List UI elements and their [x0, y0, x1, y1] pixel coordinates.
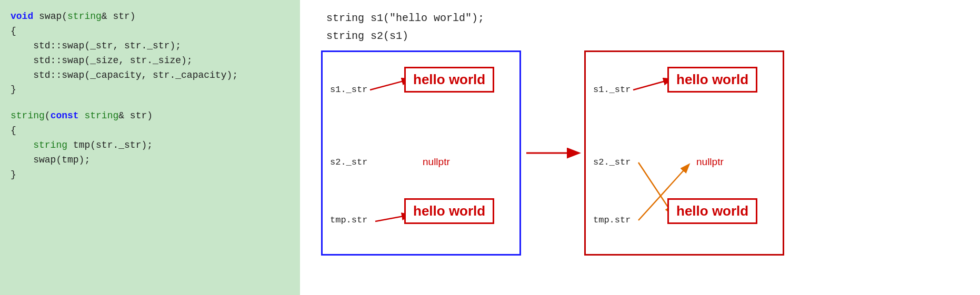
- svg-line-3: [633, 79, 671, 90]
- between-arrow-svg: [521, 50, 584, 256]
- code-line-5: std::swap(_capacity, str._capacity);: [11, 68, 289, 83]
- right-tmp-str-label: tmp.str: [593, 215, 631, 225]
- code-line-9: string tmp(str._str);: [11, 138, 289, 153]
- code-line-7: string(const string& str): [11, 109, 289, 124]
- between-arrow-area: [521, 50, 584, 256]
- right-nullptr: nullptr: [696, 156, 724, 168]
- right-hello-box-1: hello world: [667, 67, 757, 93]
- left-diagram-box: s1._str s2._str tmp.str hello world hell…: [321, 50, 521, 256]
- code-line-6: }: [11, 83, 289, 97]
- left-s2-str-label: s2._str: [330, 157, 367, 167]
- code-line-1: void swap(string& str): [11, 9, 289, 24]
- code-line-2: {: [11, 24, 289, 39]
- svg-line-0: [370, 79, 409, 90]
- diagram-area: string s1("hello world"); string s2(s1) …: [300, 0, 980, 295]
- diagrams-row: s1._str s2._str tmp.str hello world hell…: [321, 50, 980, 256]
- right-s2-str-label: s2._str: [593, 157, 631, 167]
- left-hello-box-2: hello world: [404, 198, 494, 224]
- code-line-10: swap(tmp);: [11, 153, 289, 168]
- code-line-11: }: [11, 168, 289, 182]
- right-hello-box-2: hello world: [667, 198, 757, 224]
- top-code-line2: string s2(s1): [326, 27, 980, 45]
- code-line-4: std::swap(_size, str._size);: [11, 54, 289, 68]
- right-diagram-box: s1._str s2._str tmp.str hello world hell…: [584, 50, 784, 256]
- left-nullptr: nullptr: [423, 156, 450, 168]
- left-tmp-str-label: tmp.str: [330, 215, 367, 225]
- code-line-8: {: [11, 124, 289, 138]
- top-code-line1: string s1("hello world");: [326, 9, 980, 27]
- left-s1-str-label: s1._str: [330, 85, 367, 95]
- left-hello-box-1: hello world: [404, 67, 494, 93]
- code-line-3: std::swap(_str, str._str);: [11, 39, 289, 54]
- top-code: string s1("hello world"); string s2(s1): [326, 9, 980, 45]
- right-s1-str-label: s1._str: [593, 85, 631, 95]
- code-panel: void swap(string& str) { std::swap(_str,…: [0, 0, 300, 295]
